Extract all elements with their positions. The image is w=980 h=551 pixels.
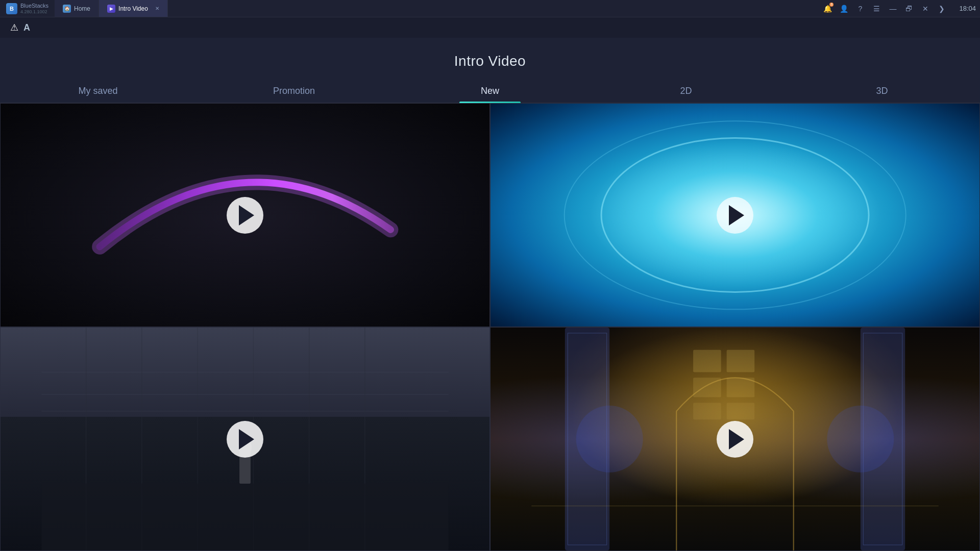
svg-rect-19 [693,378,721,397]
svg-point-24 [827,406,894,472]
warning-icon: ⚠ [10,22,18,33]
video-grid [0,103,980,551]
notification-badge: 6 [829,3,834,7]
bluestacks-name: BlueStacks [20,3,48,9]
page-title: Intro Video [454,53,526,69]
play-button-1[interactable] [227,197,263,234]
notification-button[interactable]: 🔔 6 [820,2,835,16]
intro-tab-icon: ▶ [107,5,115,13]
time-display: 18:04 [955,5,976,12]
play-button-3[interactable] [227,421,263,458]
play-button-2[interactable] [717,197,753,234]
expand-button[interactable]: ❯ [935,2,949,16]
svg-rect-18 [727,350,755,372]
tab-intro-video[interactable]: ▶ Intro Video ✕ [99,0,168,17]
minimize-button[interactable]: — [886,2,900,16]
bluestacks-logo: B [6,3,17,14]
title-bar: B BlueStacks 4.280.1.1002 🏠 Home ▶ Intro… [0,0,980,17]
video-cell-4[interactable] [490,327,980,551]
bluestacks-brand: B BlueStacks 4.280.1.1002 [0,0,55,17]
svg-rect-20 [727,378,755,397]
main-content: Intro Video My saved Promotion New 2D 3D [0,38,980,551]
tab-new[interactable]: New [392,80,588,103]
bluestacks-version: 4.280.1.1002 [20,9,48,14]
video-cell-2[interactable] [490,103,980,327]
tab-3d[interactable]: 3D [784,80,980,103]
play-button-4[interactable] [717,421,753,458]
top-strip: ⚠ A [0,17,980,38]
settings-icon: A [23,22,30,33]
svg-rect-22 [727,403,755,419]
svg-point-23 [576,406,643,472]
tab-home[interactable]: 🏠 Home [55,0,99,17]
tab-close-icon[interactable]: ✕ [155,6,159,11]
close-button[interactable]: ✕ [918,2,933,16]
svg-rect-17 [693,350,721,372]
restore-button[interactable]: 🗗 [902,2,916,16]
tab-my-saved[interactable]: My saved [0,80,196,103]
purple-arc-svg [74,103,416,264]
video-cell-3[interactable] [0,327,490,551]
svg-rect-9 [41,484,449,550]
tab-home-label: Home [74,5,90,12]
help-button[interactable]: ? [853,2,867,16]
nav-tabs: My saved Promotion New 2D 3D [0,80,980,103]
video-cell-1[interactable] [0,103,490,327]
account-button[interactable]: 👤 [837,2,851,16]
home-tab-icon: 🏠 [63,5,71,13]
menu-button[interactable]: ☰ [869,2,884,16]
tab-2d[interactable]: 2D [588,80,784,103]
title-bar-right: 🔔 6 👤 ? ☰ — 🗗 ✕ ❯ 18:04 [820,2,980,16]
tab-promotion[interactable]: Promotion [196,80,392,103]
bluestacks-info: BlueStacks 4.280.1.1002 [20,3,48,14]
tab-intro-label: Intro Video [118,5,148,12]
svg-rect-21 [693,403,721,419]
title-bar-left: B BlueStacks 4.280.1.1002 🏠 Home ▶ Intro… [0,0,168,17]
